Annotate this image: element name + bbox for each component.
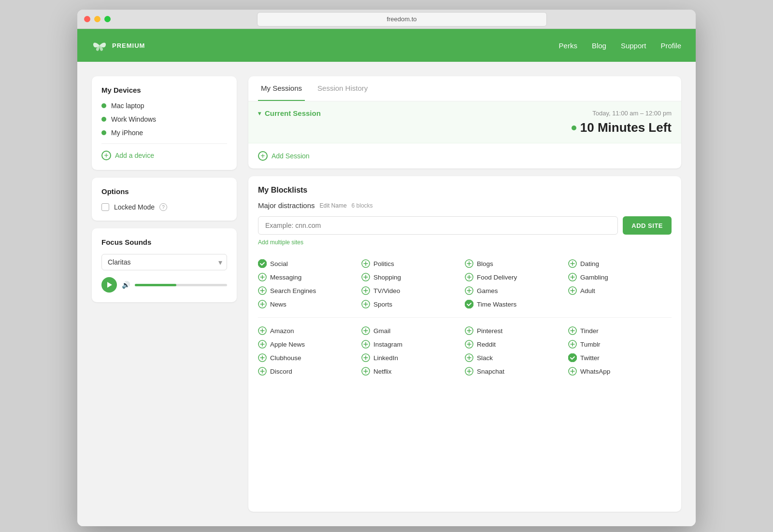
category-label: Politics xyxy=(373,260,394,267)
category-blogs[interactable]: Blogs xyxy=(465,259,568,268)
site-label: Clubhouse xyxy=(270,354,301,362)
session-toggle-button[interactable]: ▾ Current Session xyxy=(258,109,321,117)
category-food-delivery[interactable]: Food Delivery xyxy=(465,273,568,281)
device-status-dot xyxy=(101,130,106,135)
category-search-engines[interactable]: Search Engines xyxy=(258,286,361,295)
category-label: News xyxy=(270,301,286,308)
add-icon xyxy=(465,326,473,335)
audio-controls: 🔊 xyxy=(101,277,227,293)
add-icon xyxy=(361,367,370,376)
site-label: Apple News xyxy=(270,341,305,348)
category-shopping[interactable]: Shopping xyxy=(361,273,465,281)
blocklist-name-row: Major distractions Edit Name 6 blocks xyxy=(258,201,672,210)
category-dating[interactable]: Dating xyxy=(568,259,672,268)
add-icon xyxy=(258,367,267,376)
add-icon xyxy=(568,340,577,349)
add-multiple-sites-link[interactable]: Add multiple sites xyxy=(258,239,303,246)
session-active-dot xyxy=(572,126,576,130)
current-session-label: Current Session xyxy=(265,109,321,117)
tab-my-sessions[interactable]: My Sessions xyxy=(258,76,305,101)
site-linkedin[interactable]: LinkedIn xyxy=(361,353,465,362)
category-label: Time Wasters xyxy=(477,301,516,308)
site-clubhouse[interactable]: Clubhouse xyxy=(258,353,361,362)
site-amazon[interactable]: Amazon xyxy=(258,326,361,335)
add-icon xyxy=(465,367,473,376)
site-tumblr[interactable]: Tumblr xyxy=(568,340,672,349)
site-reddit[interactable]: Reddit xyxy=(465,340,568,349)
blocklists-card: My Blocklists Major distractions Edit Na… xyxy=(248,176,681,512)
play-button[interactable] xyxy=(101,277,117,293)
site-discord[interactable]: Discord xyxy=(258,367,361,376)
svg-point-26 xyxy=(568,353,577,362)
site-gmail[interactable]: Gmail xyxy=(361,326,465,335)
category-label: TV/Video xyxy=(373,287,400,294)
current-session-row: ▾ Current Session Today, 11:00 am – 12:0… xyxy=(248,101,681,143)
titlebar: freedom.to xyxy=(77,10,696,29)
nav-profile[interactable]: Profile xyxy=(660,42,681,50)
site-netflix[interactable]: Netflix xyxy=(361,367,465,376)
device-name: Work Windows xyxy=(111,115,156,123)
nav-blog[interactable]: Blog xyxy=(592,42,606,50)
address-bar[interactable]: freedom.to xyxy=(257,12,547,27)
add-icon xyxy=(568,273,577,281)
volume-bar[interactable] xyxy=(135,284,227,286)
site-label: Instagram xyxy=(373,341,402,348)
add-icon xyxy=(361,273,370,281)
device-list: Mac laptop Work Windows My iPhone xyxy=(101,102,227,137)
svg-point-0 xyxy=(258,259,267,268)
category-time-wasters[interactable]: Time Wasters xyxy=(465,300,568,308)
nav-support[interactable]: Support xyxy=(621,42,646,50)
category-gambling[interactable]: Gambling xyxy=(568,273,672,281)
category-label: Shopping xyxy=(373,274,401,281)
add-site-button[interactable]: ADD SITE xyxy=(623,216,672,235)
site-input[interactable] xyxy=(258,216,618,235)
add-session-button[interactable]: + Add Session xyxy=(248,143,681,168)
help-icon[interactable]: ? xyxy=(159,203,167,211)
sound-select[interactable]: Claritas xyxy=(101,254,227,270)
site-snapchat[interactable]: Snapchat xyxy=(465,367,568,376)
options-card: Options Locked Mode ? xyxy=(92,178,237,221)
add-icon xyxy=(258,273,267,281)
close-button[interactable] xyxy=(84,16,90,22)
device-status-dot xyxy=(101,117,106,122)
tab-session-history[interactable]: Session History xyxy=(315,76,371,101)
locked-mode-checkbox[interactable] xyxy=(101,203,109,211)
site-twitter[interactable]: Twitter xyxy=(568,353,672,362)
category-label: Messaging xyxy=(270,274,301,281)
category-label: Gambling xyxy=(580,274,608,281)
category-social[interactable]: Social xyxy=(258,259,361,268)
add-icon xyxy=(361,353,370,362)
add-icon xyxy=(465,259,473,268)
add-icon xyxy=(465,273,473,281)
site-slack[interactable]: Slack xyxy=(465,353,568,362)
site-pinterest[interactable]: Pinterest xyxy=(465,326,568,335)
minimize-button[interactable] xyxy=(94,16,100,22)
sessions-tabs: My Sessions Session History xyxy=(248,76,681,101)
time-left-display: 10 Minutes Left xyxy=(258,120,672,135)
site-label: Pinterest xyxy=(477,327,502,335)
site-apple-news[interactable]: Apple News xyxy=(258,340,361,349)
edit-name-button[interactable]: Edit Name xyxy=(320,202,347,209)
category-news[interactable]: News xyxy=(258,300,361,308)
category-sports[interactable]: Sports xyxy=(361,300,465,308)
add-device-button[interactable]: + Add a device xyxy=(101,151,154,160)
category-games[interactable]: Games xyxy=(465,286,568,295)
category-messaging[interactable]: Messaging xyxy=(258,273,361,281)
device-name: My iPhone xyxy=(111,129,143,137)
site-label: Reddit xyxy=(477,341,496,348)
device-name: Mac laptop xyxy=(111,102,144,110)
add-icon xyxy=(258,326,267,335)
maximize-button[interactable] xyxy=(104,16,111,22)
grid-divider xyxy=(258,317,672,318)
add-icon xyxy=(258,300,267,308)
svg-point-14 xyxy=(465,300,473,308)
site-tinder[interactable]: Tinder xyxy=(568,326,672,335)
category-label: Dating xyxy=(580,260,599,267)
category-politics[interactable]: Politics xyxy=(361,259,465,268)
nav-perks[interactable]: Perks xyxy=(559,42,577,50)
sidebar: My Devices Mac laptop Work Windows My iP… xyxy=(92,76,237,512)
site-whatsapp[interactable]: WhatsApp xyxy=(568,367,672,376)
category-adult[interactable]: Adult xyxy=(568,286,672,295)
site-instagram[interactable]: Instagram xyxy=(361,340,465,349)
category-tv-video[interactable]: TV/Video xyxy=(361,286,465,295)
